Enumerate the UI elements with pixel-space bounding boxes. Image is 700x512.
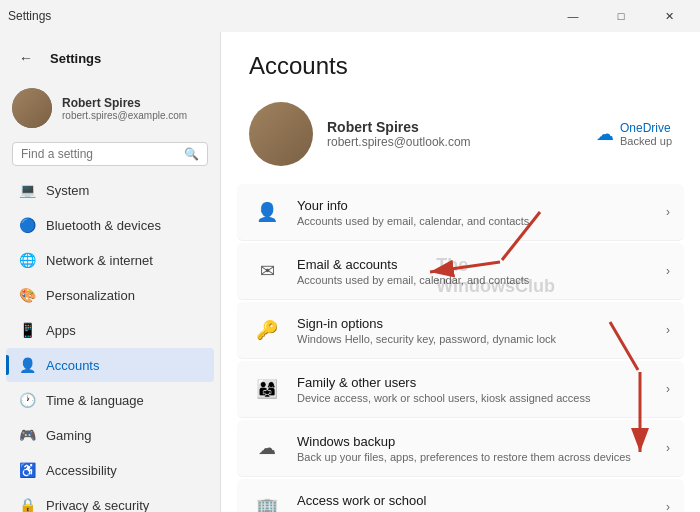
maximize-button[interactable]: □ [598,0,644,32]
sidebar-item-network[interactable]: 🌐 Network & internet [6,243,214,277]
email-accounts-desc: Accounts used by email, calendar, and co… [297,274,652,286]
settings-item-your-info[interactable]: 👤 Your info Accounts used by email, cale… [237,184,684,241]
avatar [12,88,52,128]
signin-options-icon: 🔑 [251,314,283,346]
title-bar: Settings — □ ✕ [0,0,700,32]
sidebar-item-bluetooth[interactable]: 🔵 Bluetooth & devices [6,208,214,242]
onedrive-badge: ☁ OneDrive Backed up [596,121,672,147]
sidebar-item-time[interactable]: 🕐 Time & language [6,383,214,417]
onedrive-icon: ☁ [596,123,614,145]
your-info-chevron: › [666,205,670,219]
sidebar-item-accessibility[interactable]: ♿ Accessibility [6,453,214,487]
access-work-icon: 🏢 [251,491,283,512]
email-accounts-icon: ✉ [251,255,283,287]
app-container: ← Settings Robert Spires robert.spires@e… [0,32,700,512]
windows-backup-icon: ☁ [251,432,283,464]
family-users-title: Family & other users [297,375,652,390]
bluetooth-icon: 🔵 [18,216,36,234]
email-accounts-text: Email & accounts Accounts used by email,… [297,257,652,286]
sidebar-item-system[interactable]: 💻 System [6,173,214,207]
sidebar-item-gaming[interactable]: 🎮 Gaming [6,418,214,452]
privacy-icon: 🔒 [18,496,36,512]
network-label: Network & internet [46,253,153,268]
app-title: Settings [8,9,51,23]
access-work-title: Access work or school [297,493,652,508]
time-icon: 🕐 [18,391,36,409]
search-icon: 🔍 [184,147,199,161]
apps-label: Apps [46,323,76,338]
signin-options-desc: Windows Hello, security key, password, d… [297,333,652,345]
family-users-text: Family & other users Device access, work… [297,375,652,404]
sidebar-item-apps[interactable]: 📱 Apps [6,313,214,347]
sidebar-item-accounts[interactable]: 👤 Accounts [6,348,214,382]
your-info-title: Your info [297,198,652,213]
hero-name: Robert Spires [327,119,582,135]
system-icon: 💻 [18,181,36,199]
account-hero: Robert Spires robert.spires@outlook.com … [221,92,700,176]
accessibility-label: Accessibility [46,463,117,478]
signin-options-chevron: › [666,323,670,337]
hero-avatar [249,102,313,166]
search-box[interactable]: 🔍 [12,142,208,166]
user-name: Robert Spires [62,96,208,110]
main-content: Accounts Robert Spires robert.spires@out… [220,32,700,512]
search-input[interactable] [21,147,178,161]
hero-info: Robert Spires robert.spires@outlook.com [327,119,582,149]
your-info-desc: Accounts used by email, calendar, and co… [297,215,652,227]
user-profile-section: Robert Spires robert.spires@example.com [0,80,220,136]
page-title: Accounts [221,32,700,92]
email-accounts-chevron: › [666,264,670,278]
nav-list: 💻 System 🔵 Bluetooth & devices 🌐 Network… [0,172,220,512]
sidebar-header: ← Settings [0,36,220,80]
user-email: robert.spires@example.com [62,110,208,121]
family-users-icon: 👨‍👩‍👧 [251,373,283,405]
system-label: System [46,183,89,198]
access-work-chevron: › [666,500,670,512]
personalization-icon: 🎨 [18,286,36,304]
close-button[interactable]: ✕ [646,0,692,32]
settings-item-family-users[interactable]: 👨‍👩‍👧 Family & other users Device access… [237,361,684,418]
gaming-icon: 🎮 [18,426,36,444]
minimize-button[interactable]: — [550,0,596,32]
sidebar: ← Settings Robert Spires robert.spires@e… [0,32,220,512]
network-icon: 🌐 [18,251,36,269]
family-users-chevron: › [666,382,670,396]
access-work-text: Access work or school Organization resou… [297,493,652,513]
windows-backup-title: Windows backup [297,434,652,449]
sidebar-item-privacy[interactable]: 🔒 Privacy & security [6,488,214,512]
accounts-label: Accounts [46,358,99,373]
settings-item-signin-options[interactable]: 🔑 Sign-in options Windows Hello, securit… [237,302,684,359]
family-users-desc: Device access, work or school users, kio… [297,392,652,404]
your-info-text: Your info Accounts used by email, calend… [297,198,652,227]
your-info-icon: 👤 [251,196,283,228]
windows-backup-text: Windows backup Back up your files, apps,… [297,434,652,463]
signin-options-text: Sign-in options Windows Hello, security … [297,316,652,345]
accessibility-icon: ♿ [18,461,36,479]
settings-item-windows-backup[interactable]: ☁ Windows backup Back up your files, app… [237,420,684,477]
settings-item-email-accounts[interactable]: ✉ Email & accounts Accounts used by emai… [237,243,684,300]
privacy-label: Privacy & security [46,498,149,513]
user-info: Robert Spires robert.spires@example.com [62,96,208,121]
windows-backup-desc: Back up your files, apps, preferences to… [297,451,652,463]
email-accounts-title: Email & accounts [297,257,652,272]
avatar-image [12,88,52,128]
windows-backup-chevron: › [666,441,670,455]
hero-email: robert.spires@outlook.com [327,135,582,149]
apps-icon: 📱 [18,321,36,339]
accounts-icon: 👤 [18,356,36,374]
sidebar-title: Settings [50,51,101,66]
bluetooth-label: Bluetooth & devices [46,218,161,233]
onedrive-status: Backed up [620,135,672,147]
title-bar-controls: — □ ✕ [550,0,692,32]
main-wrapper: Accounts Robert Spires robert.spires@out… [220,32,700,512]
settings-list: 👤 Your info Accounts used by email, cale… [221,184,700,512]
gaming-label: Gaming [46,428,92,443]
back-button[interactable]: ← [12,44,40,72]
sidebar-item-personalization[interactable]: 🎨 Personalization [6,278,214,312]
title-bar-left: Settings [8,9,51,23]
signin-options-title: Sign-in options [297,316,652,331]
time-label: Time & language [46,393,144,408]
onedrive-label: OneDrive [620,121,672,135]
settings-item-access-work[interactable]: 🏢 Access work or school Organization res… [237,479,684,512]
personalization-label: Personalization [46,288,135,303]
